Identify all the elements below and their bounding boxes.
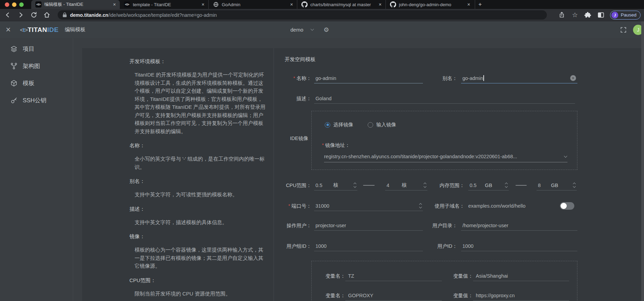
op-user-input[interactable]: projector-user — [314, 220, 423, 231]
browser-tab-charts-mysql[interactable]: charts/bitnami/mysql at master ✕ — [297, 0, 386, 9]
memory-max-value: 8 — [538, 183, 541, 188]
address-bar[interactable]: demo.titanide.cn/ide/web/workspace/templ… — [58, 10, 547, 20]
user-dir-input[interactable]: /home/projector-user — [461, 220, 577, 231]
minimize-window-button[interactable] — [12, 2, 16, 7]
browser-tab-go-admin-demo[interactable]: john-deng/go-admin-demo ✕ — [386, 0, 474, 9]
clear-icon[interactable]: ✕ — [570, 75, 576, 81]
help-heading: 镜像： — [129, 233, 267, 240]
help-paragraph: 模板的核心为一个容器镜像，这里提供两种输入方式，其一是下拉选择已有模板的镜像；其… — [129, 246, 267, 270]
text-cursor — [483, 75, 484, 81]
var-value-label: 变量值： — [439, 290, 473, 301]
layers-icon — [10, 45, 18, 53]
stepper-icon[interactable] — [354, 183, 356, 187]
chevron-down-icon[interactable] — [564, 154, 567, 158]
workspace-selector-group: demo ⚙ — [290, 21, 329, 38]
sidebar: 项目 架构图 模板 SSH公钥 — [0, 38, 73, 301]
alias-label: 别名： — [424, 73, 457, 83]
form-row-user: 操作用户： projector-user 用户目录： /home/project… — [284, 220, 577, 231]
var-name-input[interactable]: TZ — [345, 271, 442, 281]
browser-tab-strip: <t> 编辑模板 - TitanIDE ✕ <t> template - Tit… — [0, 0, 644, 9]
tab-close-icon[interactable]: ✕ — [200, 2, 206, 7]
help-heading: 别名： — [129, 178, 267, 185]
reload-icon[interactable] — [30, 11, 37, 19]
close-window-button[interactable] — [5, 2, 9, 7]
var-value-input[interactable]: Asia/Shanghai — [473, 271, 569, 281]
user-id-value: 1000 — [462, 243, 473, 249]
memory-range-label: 内存范围： — [428, 180, 464, 190]
close-editor-icon[interactable]: ✕ — [5, 26, 11, 34]
new-tab-button[interactable]: + — [475, 0, 485, 9]
extensions-icon[interactable] — [584, 11, 591, 19]
description-input[interactable]: Goland — [314, 93, 575, 104]
url-domain: demo.titanide.cn — [70, 12, 108, 18]
port-input[interactable]: 31000 — [314, 201, 423, 211]
key-icon — [10, 97, 18, 104]
back-icon[interactable] — [4, 11, 11, 19]
browser-tab-edit-template[interactable]: <t> 编辑模板 - TitanIDE ✕ — [31, 0, 120, 9]
home-icon[interactable] — [43, 11, 50, 19]
memory-min-field[interactable]: 0.5 GB — [468, 180, 509, 190]
op-user-value: projector-user — [315, 223, 346, 228]
template-form: 开发空间模板 名称： go-admin 别名： go-admin ✕ 描述： G… — [284, 48, 577, 301]
stepper-icon[interactable] — [573, 183, 575, 187]
port-label: 端口号： — [279, 201, 311, 211]
var-name-input[interactable]: GOPROXY — [345, 290, 442, 301]
url-text: demo.titanide.cn/ide/web/workspace/templ… — [70, 12, 217, 18]
help-heading: 描述： — [129, 206, 267, 212]
subdomain-toggle[interactable] — [560, 202, 574, 210]
sidebar-item-label: SSH公钥 — [23, 96, 46, 104]
screenshot-root: <t> 编辑模板 - TitanIDE ✕ <t> template - Tit… — [0, 0, 644, 301]
tab-close-icon[interactable]: ✕ — [289, 2, 294, 7]
tab-close-icon[interactable]: ✕ — [466, 2, 471, 7]
browser-tab-goadmin[interactable]: GoAdmin ✕ — [208, 0, 297, 9]
side-panel-icon[interactable] — [597, 11, 605, 19]
name-value: go-admin — [315, 76, 336, 81]
cpu-min-field[interactable]: 0.5 核 — [314, 180, 357, 190]
stepper-icon[interactable] — [505, 183, 507, 187]
cpu-max-field[interactable]: 4 核 — [385, 180, 427, 190]
workspace-selector[interactable]: demo — [290, 27, 303, 33]
fullscreen-icon[interactable] — [620, 26, 627, 33]
sidebar-item-ssh-keys[interactable]: SSH公钥 — [0, 92, 73, 109]
page-scrollbar[interactable] — [641, 21, 644, 301]
tab-title: GoAdmin — [222, 2, 286, 7]
share-icon[interactable] — [558, 11, 565, 19]
tab-close-icon[interactable]: ✕ — [112, 2, 117, 7]
radio-select-image[interactable]: 选择镜像 — [325, 121, 353, 128]
stepper-icon[interactable] — [424, 183, 426, 187]
branch-icon — [10, 62, 18, 70]
user-id-label: 用户ID： — [424, 241, 457, 251]
forward-icon[interactable] — [17, 11, 24, 19]
help-paragraph: 支持中英文字符，描述模板的具体信息。 — [129, 218, 267, 227]
radio-label: 选择镜像 — [333, 121, 353, 128]
bookmark-star-icon[interactable]: ☆ — [571, 11, 578, 19]
page-title: 编辑模板 — [65, 26, 85, 33]
titanide-favicon: <t> — [35, 1, 42, 8]
range-dash — [516, 185, 527, 186]
image-address-select[interactable]: registry.cn-shenzhen.aliyuncs.com/titani… — [324, 151, 567, 162]
cpu-range-label: CPU范围： — [279, 180, 311, 190]
group-id-input[interactable]: 1000 — [314, 241, 423, 251]
help-heading: 开发环境模板： — [129, 58, 267, 65]
app-header: ✕ <t>TITANIDE 编辑模板 demo ⚙ J — [0, 21, 644, 38]
browser-tab-template[interactable]: <t> template - TitanIDE ✕ — [120, 0, 208, 9]
user-id-input[interactable]: 1000 — [461, 241, 577, 251]
browser-profile-chip[interactable]: J Paused — [610, 11, 641, 20]
form-row-cpu-memory: CPU范围： 0.5 核 4 核 内存范围： 0.5 GB — [284, 180, 577, 190]
sidebar-item-projects[interactable]: 项目 — [0, 40, 73, 57]
sidebar-item-architecture[interactable]: 架构图 — [0, 57, 73, 74]
gear-icon[interactable]: ⚙ — [324, 27, 329, 33]
var-value-input[interactable]: https://goproxy.cn — [473, 290, 569, 301]
tab-close-icon[interactable]: ✕ — [378, 2, 383, 7]
memory-max-field[interactable]: 8 GB — [537, 180, 577, 190]
name-input[interactable]: go-admin — [314, 73, 423, 83]
alias-input[interactable]: go-admin ✕ — [461, 73, 577, 83]
memory-max-unit: GB — [551, 183, 563, 188]
sidebar-item-templates[interactable]: 模板 — [0, 74, 73, 92]
description-value: Goland — [315, 96, 332, 101]
help-paragraph: TitanIDE 的开发环境模板是为用户提供一个可定制化的环境模板设计工具，生成… — [129, 71, 267, 135]
zoom-window-button[interactable] — [19, 2, 24, 7]
cpu-max-value: 4 — [387, 183, 389, 188]
radio-input-image[interactable]: 输入镜像 — [368, 121, 396, 128]
chevron-down-icon[interactable] — [310, 27, 314, 31]
